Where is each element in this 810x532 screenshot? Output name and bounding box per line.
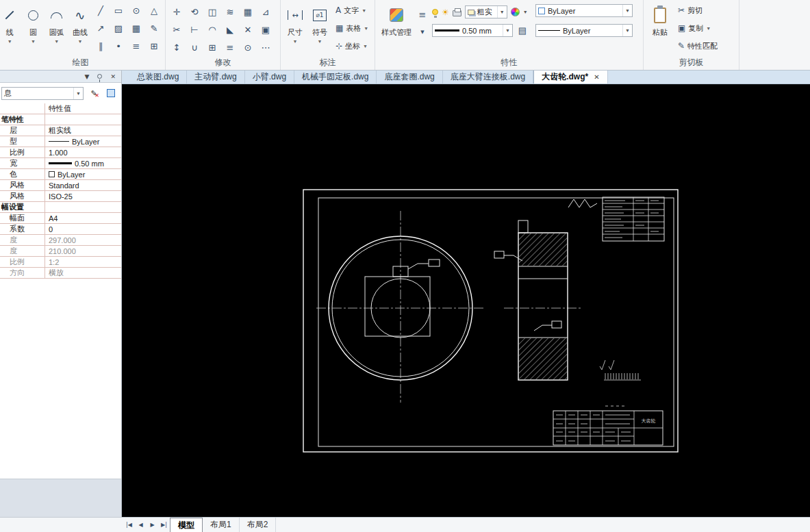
doc-tab-active[interactable]: 大齿轮.dwg* ✕: [533, 71, 607, 84]
move-tool-icon[interactable]: ✛: [168, 3, 186, 21]
chevron-down-icon: ▼: [8, 39, 12, 44]
circle-button[interactable]: 圆 ▼: [21, 1, 45, 55]
lineweight-combo[interactable]: 0.50 mm ▼: [432, 24, 513, 37]
doc-tab[interactable]: 小臂.dwg: [245, 71, 294, 84]
multiline-tool-icon[interactable]: ≡: [127, 37, 145, 55]
polygon-tool-icon[interactable]: △: [145, 1, 163, 19]
doc-tab[interactable]: 机械手固定板.dwg: [294, 71, 377, 84]
array-tool-icon[interactable]: ▦: [239, 3, 257, 21]
color-palette-icon[interactable]: [511, 8, 520, 16]
last-layout-icon[interactable]: ▶|: [158, 522, 170, 528]
property-row-paper-size: 幅面 A4: [0, 213, 121, 224]
layout-tab-layout2[interactable]: 布局2: [240, 518, 277, 532]
paper-height-cell: 210.000: [45, 246, 121, 256]
coordinate-icon: ⊹: [336, 41, 342, 51]
text-tool-button[interactable]: A 文字 ▼: [332, 1, 372, 19]
dim-style-cell[interactable]: ISO-25: [45, 191, 121, 201]
trim-tool-icon[interactable]: ✂: [168, 21, 186, 38]
paste-label: 粘贴: [653, 27, 668, 38]
ray-tool-icon[interactable]: ↗: [92, 19, 110, 37]
polyline-button[interactable]: 线 ▼: [0, 1, 21, 55]
layer-thaw-icon[interactable]: ☀: [442, 8, 449, 17]
first-layout-icon[interactable]: |◀: [123, 522, 135, 528]
erase-tool-icon[interactable]: ✕: [239, 21, 257, 38]
color-combo[interactable]: ByLayer ▼: [535, 4, 633, 17]
rectangle-tool-icon[interactable]: ▭: [110, 1, 127, 19]
more-tools-icon[interactable]: ⋯: [257, 38, 275, 56]
color-cell[interactable]: ByLayer: [45, 169, 121, 179]
chamfer-tool-icon[interactable]: ◣: [221, 21, 239, 38]
sketch-tool-icon[interactable]: ✎: [145, 19, 163, 37]
layout-tab-model[interactable]: 模型: [170, 518, 203, 532]
stretch-tool-icon[interactable]: ↕: [168, 38, 186, 56]
parallel-line-tool-icon[interactable]: ∥: [92, 37, 110, 55]
line-tool-icon[interactable]: ╱: [92, 1, 110, 19]
match-properties-button[interactable]: ✎ 特性匹配: [674, 37, 721, 55]
text-style-cell[interactable]: Standard: [45, 180, 121, 190]
paper-size-cell[interactable]: A4: [45, 213, 121, 223]
doc-tab[interactable]: 主动臂.dwg: [187, 71, 244, 84]
offset-tool-icon[interactable]: ≋: [221, 3, 239, 21]
join-tool-icon[interactable]: ∪: [186, 38, 203, 56]
region-tool-icon[interactable]: ⊞: [145, 37, 163, 55]
doc-tab[interactable]: 底座套圈.dwg: [377, 71, 442, 84]
doc-tab[interactable]: 底座大臂连接板.dwg: [443, 71, 533, 84]
copy-tool-icon[interactable]: ▣: [257, 21, 275, 38]
dimension-button[interactable]: ↔ 尺寸 ▼: [283, 1, 307, 55]
layer-on-icon[interactable]: [432, 9, 438, 15]
symbol-button[interactable]: ⌀1 符号 ▼: [307, 1, 332, 55]
list-tools-column: ≡ ▼: [416, 1, 429, 41]
layers-icon: [468, 10, 474, 15]
hatch-bottom: [519, 338, 567, 379]
chevron-down-icon[interactable]: ▼: [416, 23, 429, 41]
cut-button[interactable]: ✂ 剪切: [674, 1, 721, 19]
drawing-canvas[interactable]: .ln1 { fill:none; stroke:#e4e4e4; stroke…: [122, 84, 810, 517]
close-icon[interactable]: ✕: [110, 73, 116, 80]
style-list-icon[interactable]: ≡: [416, 5, 429, 23]
explode-tool-icon[interactable]: ⊞: [203, 38, 221, 56]
layer-value-cell[interactable]: 粗实线: [45, 125, 121, 136]
property-value-header: 特性值: [45, 103, 121, 114]
paste-button[interactable]: 粘贴: [646, 1, 674, 55]
doc-tab[interactable]: 总装图.dwg: [129, 71, 187, 84]
paper-width-cell: 297.000: [45, 235, 121, 245]
next-layout-icon[interactable]: ▶: [147, 522, 158, 528]
linetype-value-cell[interactable]: ByLayer: [45, 136, 121, 147]
previous-layout-icon[interactable]: ◀: [135, 522, 147, 528]
extension-factor-cell[interactable]: 0: [45, 224, 121, 234]
arc-button[interactable]: 圆弧 ▼: [45, 1, 68, 55]
layer-plot-icon[interactable]: [453, 10, 461, 16]
rotate-tool-icon[interactable]: ⟲: [186, 3, 203, 21]
edit-polyline-tool-icon[interactable]: ≡: [221, 38, 239, 56]
linetype-combo[interactable]: ByLayer ▼: [535, 24, 633, 37]
palette-footer-area: [0, 479, 121, 517]
point-tool-icon[interactable]: •: [110, 37, 127, 55]
ellipse-tool-icon[interactable]: ⊙: [127, 1, 145, 19]
layer-combo[interactable]: 粗实 ▼: [465, 5, 507, 18]
object-type-combo[interactable]: 息 ▼: [1, 87, 84, 100]
point-edit-tool-icon[interactable]: ⊙: [239, 38, 257, 56]
scale-tool-icon[interactable]: ⊿: [257, 3, 275, 21]
quick-select-button[interactable]: [104, 86, 118, 100]
coordinate-tool-button[interactable]: ⊹ 坐标 ▼: [332, 37, 372, 55]
close-icon[interactable]: ✕: [594, 73, 599, 81]
mirror-tool-icon[interactable]: ◫: [203, 3, 221, 21]
spline-button[interactable]: ∿ 曲线 ▼: [68, 1, 92, 55]
lineweight-cell[interactable]: 0.50 mm: [45, 158, 121, 168]
hatch-tool-icon[interactable]: ▨: [110, 19, 127, 37]
chevron-down-icon[interactable]: ▼: [523, 10, 528, 14]
clear-selection-button[interactable]: ✎ ✕: [87, 86, 101, 100]
extend-tool-icon[interactable]: ⊢: [186, 21, 203, 38]
ribbon-group-properties: 样式管理 ≡ ▼ ☀ 粗实 ▼: [375, 0, 644, 70]
pin-icon[interactable]: [97, 74, 102, 79]
palette-menu-icon[interactable]: ▼: [85, 73, 90, 80]
fillet-tool-icon[interactable]: ◠: [203, 21, 221, 38]
table-tool-button[interactable]: ▦ 表格 ▼: [332, 19, 372, 37]
linetype-scale-cell[interactable]: 1.000: [45, 147, 121, 157]
copy-button[interactable]: ▣ 复制 ▼: [674, 19, 721, 37]
match-properties-icon: ✎: [678, 41, 685, 51]
lineweight-settings-icon[interactable]: ▤: [516, 25, 529, 37]
style-manager-button[interactable]: 样式管理: [377, 1, 416, 55]
fill-tool-icon[interactable]: ▦: [127, 19, 145, 37]
layout-tab-layout1[interactable]: 布局1: [203, 518, 240, 532]
